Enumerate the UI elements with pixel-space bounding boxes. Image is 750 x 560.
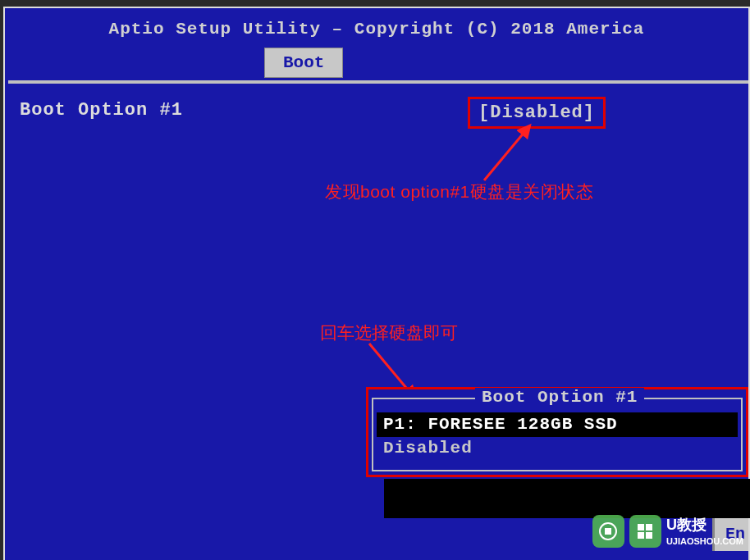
- popup-option-selected-label: P1: FORESEE 128GB SSD: [383, 415, 618, 434]
- tab-row: Boot: [5, 48, 748, 79]
- watermark-text: U教授 UJIAOSHOU.COM: [666, 516, 743, 547]
- svg-rect-5: [646, 524, 652, 530]
- header-title-text: Aptio Setup Utility – Copyright (C) 2018…: [109, 20, 645, 39]
- boot-option-label[interactable]: Boot Option #1: [20, 100, 183, 121]
- svg-line-0: [484, 131, 525, 180]
- watermark-brand: U教授: [666, 516, 743, 535]
- svg-rect-4: [638, 524, 644, 530]
- popup-option-disabled-label: Disabled: [383, 439, 473, 458]
- boot-option-popup: Boot Option #1 P1: FORESEE 128GB SSD Dis…: [366, 387, 748, 477]
- watermark-logo-icon: [592, 515, 624, 548]
- tab-boot[interactable]: Boot: [264, 48, 343, 78]
- popup-title: Boot Option #1: [475, 388, 644, 407]
- header-title-bar: Aptio Setup Utility – Copyright (C) 2018…: [5, 8, 748, 48]
- annotation-text-2: 回车选择硬盘即可: [320, 321, 458, 344]
- main-area: Boot Option #1 [Disabled] 发现boot option#…: [8, 80, 748, 540]
- watermark-windows-icon: [629, 515, 661, 548]
- svg-line-1: [369, 344, 410, 393]
- svg-rect-7: [646, 532, 652, 539]
- popup-option-selected[interactable]: P1: FORESEE 128GB SSD: [377, 412, 738, 437]
- tab-boot-label: Boot: [283, 53, 324, 72]
- popup-option-disabled[interactable]: Disabled: [383, 439, 473, 458]
- boot-option-value[interactable]: [Disabled]: [468, 97, 606, 129]
- svg-rect-3: [605, 528, 611, 535]
- watermark-url: UJIAOSHOU.COM: [666, 535, 743, 547]
- annotation-text-1: 发现boot option#1硬盘是关闭状态: [325, 180, 593, 203]
- annotation-arrow-1: [476, 123, 542, 189]
- bios-screen: Aptio Setup Utility – Copyright (C) 2018…: [3, 7, 750, 560]
- svg-rect-6: [638, 532, 644, 539]
- watermark: U教授 UJIAOSHOU.COM: [586, 503, 750, 560]
